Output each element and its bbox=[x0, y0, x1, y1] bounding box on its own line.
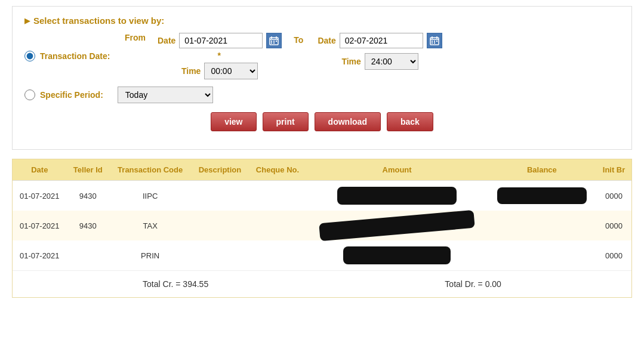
from-date-row: Date bbox=[158, 33, 282, 48]
col-amount: Amount bbox=[306, 159, 487, 181]
specific-period-radio[interactable] bbox=[24, 90, 35, 100]
cell-cheque-no bbox=[249, 181, 307, 211]
from-time-row: * bbox=[217, 51, 221, 60]
transaction-date-label: Transaction Date: bbox=[40, 51, 110, 61]
back-button[interactable]: back bbox=[387, 112, 433, 131]
to-time-label: Time bbox=[341, 57, 360, 66]
cell-init-br: 0000 bbox=[596, 211, 631, 240]
from-date-input[interactable] bbox=[179, 33, 263, 48]
cell-transaction-code: TAX bbox=[109, 211, 191, 240]
to-time-select[interactable]: 00:00 06:00 12:00 18:00 24:00 bbox=[365, 53, 418, 70]
cell-teller-id bbox=[67, 240, 109, 270]
table-row: 01-07-2021 9430 IIPC 0000 bbox=[13, 181, 631, 211]
cell-init-br: 0000 bbox=[596, 181, 631, 211]
cell-description bbox=[191, 240, 248, 270]
col-cheque-no: Cheque No. bbox=[249, 159, 307, 181]
svg-rect-7 bbox=[271, 42, 272, 44]
cell-transaction-code: IIPC bbox=[109, 181, 191, 211]
redacted-amount-3 bbox=[343, 246, 451, 264]
svg-rect-15 bbox=[436, 41, 437, 42]
section-title-text: Select transactions to view by: bbox=[33, 16, 164, 26]
from-label: From bbox=[125, 33, 146, 42]
cell-cheque-no bbox=[249, 211, 307, 240]
select-section: Select transactions to view by: Transact… bbox=[12, 6, 632, 150]
redacted-amount-1 bbox=[337, 187, 457, 205]
from-date-group: Date bbox=[158, 33, 282, 79]
transactions-table-section: Date Teller Id Transaction Code Descript… bbox=[12, 159, 632, 298]
table-header-row: Date Teller Id Transaction Code Descript… bbox=[13, 159, 631, 181]
col-date: Date bbox=[13, 159, 67, 181]
specific-period-select[interactable]: Today Yesterday This Week Last Week This… bbox=[118, 87, 213, 103]
cell-date: 01-07-2021 bbox=[13, 240, 67, 270]
cell-description bbox=[191, 211, 248, 240]
col-teller-id: Teller Id bbox=[67, 159, 109, 181]
action-buttons-row: view print download back bbox=[24, 112, 620, 131]
svg-rect-4 bbox=[271, 41, 272, 42]
svg-rect-16 bbox=[432, 42, 433, 44]
cell-description bbox=[191, 181, 248, 211]
to-date-row: Date bbox=[318, 33, 442, 48]
transactions-table: Date Teller Id Transaction Code Descript… bbox=[13, 159, 631, 270]
svg-rect-13 bbox=[432, 41, 433, 42]
transaction-date-row: Transaction Date: From Date bbox=[24, 33, 620, 79]
total-debit: Total Dr. = 0.00 bbox=[445, 279, 501, 289]
col-balance: Balance bbox=[488, 159, 596, 181]
from-required-star: * bbox=[217, 51, 220, 60]
from-date-label: Date bbox=[158, 36, 175, 45]
total-credit: Total Cr. = 394.55 bbox=[143, 279, 208, 289]
col-init-br: Init Br bbox=[596, 159, 631, 181]
cell-balance bbox=[488, 240, 596, 270]
svg-rect-6 bbox=[276, 41, 277, 42]
from-calendar-icon[interactable] bbox=[266, 33, 282, 48]
to-date-group: Date bbox=[318, 33, 442, 70]
redacted-balance-1 bbox=[497, 187, 587, 204]
cell-balance bbox=[488, 211, 596, 240]
specific-period-row: Specific Period: Today Yesterday This We… bbox=[24, 87, 620, 103]
to-calendar-icon[interactable] bbox=[427, 33, 442, 48]
section-title: Select transactions to view by: bbox=[24, 16, 620, 26]
redacted-amount-2 bbox=[319, 210, 475, 242]
cell-transaction-code: PRIN bbox=[109, 240, 191, 270]
page-container: Select transactions to view by: Transact… bbox=[0, 0, 644, 364]
svg-rect-14 bbox=[434, 41, 435, 42]
cell-balance bbox=[488, 181, 596, 211]
table-row: 01-07-2021 PRIN 0000 bbox=[13, 240, 631, 270]
svg-rect-17 bbox=[434, 42, 435, 44]
cell-cheque-no bbox=[249, 240, 307, 270]
cell-init-br: 0000 bbox=[596, 240, 631, 270]
svg-rect-8 bbox=[273, 42, 275, 44]
to-label: To bbox=[294, 33, 303, 45]
to-date-input[interactable] bbox=[340, 33, 423, 48]
from-to-container: From Date bbox=[125, 33, 442, 79]
cell-amount bbox=[306, 211, 487, 240]
cell-teller-id: 9430 bbox=[67, 181, 109, 211]
col-description: Description bbox=[191, 159, 248, 181]
from-time-label: Time bbox=[181, 66, 201, 76]
table-row: 01-07-2021 9430 TAX 0000 bbox=[13, 211, 631, 240]
transaction-date-radio-group: Transaction Date: bbox=[24, 51, 120, 61]
to-time-select-row: Time 00:00 06:00 12:00 18:00 24:00 bbox=[341, 53, 418, 70]
to-date-label: Date bbox=[318, 36, 335, 45]
transaction-date-radio[interactable] bbox=[24, 51, 35, 61]
from-time-select-row: Time 00:00 01:00 06:00 12:00 18:00 24:00 bbox=[181, 63, 258, 79]
cell-date: 01-07-2021 bbox=[13, 181, 67, 211]
totals-row: Total Cr. = 394.55 Total Dr. = 0.00 bbox=[13, 270, 631, 297]
cell-date: 01-07-2021 bbox=[13, 211, 67, 240]
col-transaction-code: Transaction Code bbox=[109, 159, 191, 181]
cell-amount bbox=[306, 240, 487, 270]
download-button[interactable]: download bbox=[315, 112, 381, 131]
from-time-select[interactable]: 00:00 01:00 06:00 12:00 18:00 24:00 bbox=[204, 63, 258, 79]
print-button[interactable]: print bbox=[263, 112, 309, 131]
cell-amount bbox=[306, 181, 487, 211]
svg-rect-5 bbox=[273, 41, 275, 42]
cell-teller-id: 9430 bbox=[67, 211, 109, 240]
view-button[interactable]: view bbox=[211, 112, 256, 131]
specific-period-label: Specific Period: bbox=[40, 90, 103, 100]
